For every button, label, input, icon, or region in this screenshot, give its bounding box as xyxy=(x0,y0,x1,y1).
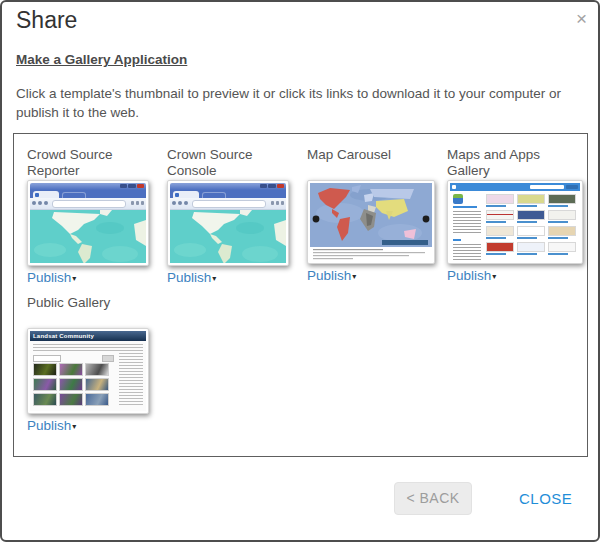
publish-label: Publish xyxy=(447,268,491,283)
template-name: Maps and Apps Gallery xyxy=(447,147,575,180)
browser-titlebar xyxy=(170,183,286,190)
publish-label: Publish xyxy=(167,270,211,285)
template-thumbnail[interactable] xyxy=(167,180,289,266)
publish-link[interactable]: Publish▾ xyxy=(447,268,587,283)
gallery-text-block xyxy=(453,244,481,261)
nav-buttons-icon xyxy=(172,201,188,205)
template-thumbnail[interactable] xyxy=(447,180,583,264)
browser-map-preview xyxy=(170,183,286,263)
close-button[interactable]: CLOSE xyxy=(519,490,572,507)
window-controls-icon xyxy=(260,184,284,188)
publish-link[interactable]: Publish▾ xyxy=(27,418,167,433)
address-bar xyxy=(192,200,266,208)
template-thumbnail[interactable] xyxy=(307,180,435,264)
caret-down-icon: ▾ xyxy=(492,272,496,281)
template-name: Public Gallery xyxy=(27,295,155,328)
publish-label: Publish xyxy=(27,418,71,433)
landsat-page-preview: Landsat Community xyxy=(30,331,146,411)
browser-map-preview xyxy=(30,183,146,263)
publish-link[interactable]: Publish▾ xyxy=(27,270,167,285)
description-text: Click a template's thumbnail to preview … xyxy=(16,84,590,122)
map-preview xyxy=(170,210,286,263)
gallery-signin-area xyxy=(566,185,578,189)
template-name: Map Carousel xyxy=(307,147,435,180)
gallery-search-box xyxy=(530,185,564,189)
caret-down-icon: ▾ xyxy=(72,422,76,431)
publish-label: Publish xyxy=(307,268,351,283)
landsat-header: Landsat Community xyxy=(30,331,146,341)
template-thumbnail[interactable] xyxy=(27,180,149,266)
caret-down-icon: ▾ xyxy=(352,272,356,281)
back-button[interactable]: < BACK xyxy=(394,482,472,515)
world-map-preview xyxy=(310,183,432,261)
toolbar-icons xyxy=(131,201,144,205)
window-controls-icon xyxy=(120,184,144,188)
dialog-title: Share xyxy=(16,7,77,34)
landsat-view-toggle xyxy=(102,355,114,362)
address-bar xyxy=(52,200,126,208)
template-thumbnail[interactable]: Landsat Community xyxy=(27,328,149,414)
browser-toolbar xyxy=(30,198,146,210)
nav-buttons-icon xyxy=(32,201,48,205)
close-icon[interactable]: × xyxy=(576,9,587,28)
gallery-sidebar xyxy=(453,194,481,261)
browser-tabstrip xyxy=(170,190,286,198)
template-card-map-carousel: Map Carousel xyxy=(307,147,447,285)
publish-label: Publish xyxy=(27,270,71,285)
browser-tab xyxy=(173,191,199,198)
gallery-title-line xyxy=(453,206,477,208)
template-box: Crowd Source Reporter xyxy=(13,133,588,457)
gallery-text-block xyxy=(453,211,481,235)
gallery-tips-line xyxy=(453,239,461,241)
template-name: Crown Source Console xyxy=(167,147,295,180)
browser-toolbar xyxy=(170,198,286,210)
gallery-logo-icon xyxy=(452,185,456,189)
publish-link[interactable]: Publish▾ xyxy=(167,270,307,285)
gallery-badge-icon xyxy=(453,194,463,204)
caret-down-icon: ▾ xyxy=(212,274,216,283)
map-preview xyxy=(30,210,146,263)
template-card-maps-and-apps-gallery: Maps and Apps Gallery xyxy=(447,147,587,285)
template-card-public-gallery: Public Gallery Landsat Community xyxy=(27,295,167,433)
template-card-crown-source-console: Crown Source Console xyxy=(167,147,307,285)
section-heading: Make a Gallery Application xyxy=(16,52,187,67)
template-card-crowd-source-reporter: Crowd Source Reporter xyxy=(27,147,167,285)
browser-titlebar xyxy=(30,183,146,190)
browser-tab xyxy=(33,191,59,198)
template-name: Crowd Source Reporter xyxy=(27,147,155,180)
landsat-side-text xyxy=(119,344,143,406)
toolbar-icons xyxy=(271,201,284,205)
gallery-page-preview xyxy=(450,183,580,261)
browser-tabstrip xyxy=(30,190,146,198)
gallery-header xyxy=(450,183,580,191)
landsat-search-box xyxy=(33,355,61,362)
gallery-card-grid xyxy=(486,194,578,255)
share-dialog: Share × Make a Gallery Application Click… xyxy=(0,0,600,542)
caret-down-icon: ▾ xyxy=(72,274,76,283)
template-grid: Crowd Source Reporter xyxy=(14,134,587,456)
landsat-image-grid xyxy=(33,363,115,406)
publish-link[interactable]: Publish▾ xyxy=(307,268,447,283)
